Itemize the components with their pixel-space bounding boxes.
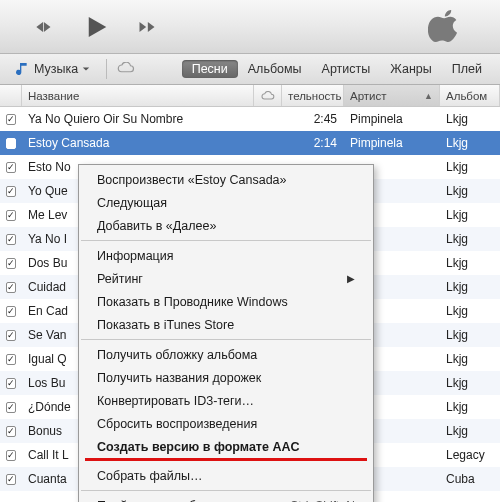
track-album: Lkjg	[440, 107, 500, 131]
track-album: Lkjg	[440, 251, 500, 275]
ctx-play[interactable]: Воспроизвести «Estoy Cansada»	[79, 168, 373, 191]
track-album: Cuba	[440, 467, 500, 491]
col-check[interactable]	[0, 85, 22, 106]
sort-asc-icon: ▲	[424, 91, 433, 101]
checkbox-icon[interactable]	[6, 210, 16, 221]
track-album: Lkjg	[440, 203, 500, 227]
highlight-underline	[85, 458, 367, 461]
ctx-info[interactable]: Информация	[79, 244, 373, 267]
tab-artists[interactable]: Артисты	[312, 60, 381, 78]
track-album: Lkjg	[440, 371, 500, 395]
ctx-reset-play[interactable]: Сбросить воспроизведения	[79, 412, 373, 435]
table-row[interactable]: Estoy Cansada2:14PimpinelaLkjg	[0, 131, 500, 155]
library-dropdown[interactable]: Музыка	[8, 59, 96, 79]
submenu-arrow-icon: ▶	[347, 273, 355, 284]
checkbox-icon[interactable]	[6, 282, 16, 293]
view-tabs: Песни Альбомы Артисты Жанры Плей	[182, 60, 492, 78]
divider	[81, 490, 371, 491]
checkbox-icon[interactable]	[6, 474, 16, 485]
checkbox-icon[interactable]	[6, 378, 16, 389]
library-label: Музыка	[34, 62, 78, 76]
checkbox-icon[interactable]	[6, 426, 16, 437]
music-icon	[14, 61, 30, 77]
divider	[81, 339, 371, 340]
col-artist[interactable]: Артист ▲	[344, 85, 440, 106]
playback-toolbar	[0, 0, 500, 54]
checkbox-icon[interactable]	[6, 306, 16, 317]
track-album: Lkjg	[440, 131, 500, 155]
track-album: Lkjg	[440, 299, 500, 323]
ctx-create-aac[interactable]: Создать версию в формате AAC	[79, 435, 373, 458]
apple-logo-icon	[424, 4, 466, 46]
context-menu: Воспроизвести «Estoy Cansada» Следующая …	[78, 164, 374, 502]
column-headers: Название тельность Артист ▲ Альбом	[0, 85, 500, 107]
track-album: Legacy	[440, 443, 500, 467]
ctx-add-next[interactable]: Добавить в «Далее»	[79, 214, 373, 237]
track-duration: 2:14	[282, 131, 344, 155]
track-album: Lkjg	[440, 323, 500, 347]
ctx-rating[interactable]: Рейтинг ▶	[79, 267, 373, 290]
itunes-window: Музыка Песни Альбомы Артисты Жанры Плей …	[0, 0, 500, 502]
track-album: Lkjg	[440, 347, 500, 371]
shortcut-label: Ctrl+Shift+N	[290, 499, 355, 503]
checkbox-icon[interactable]	[6, 162, 16, 173]
col-duration[interactable]: тельность	[282, 85, 344, 106]
track-artist: Pimpinela	[344, 131, 440, 155]
track-album: Lkjg	[440, 227, 500, 251]
track-album: Lkjg	[440, 155, 500, 179]
chevron-down-icon	[82, 62, 90, 76]
cloud-icon	[261, 91, 275, 101]
previous-button[interactable]	[28, 12, 58, 42]
tab-songs[interactable]: Песни	[182, 60, 238, 78]
track-album: Lkjg	[440, 275, 500, 299]
tab-genres[interactable]: Жанры	[380, 60, 441, 78]
ctx-show-explorer[interactable]: Показать в Проводнике Windows	[79, 290, 373, 313]
checkbox-icon[interactable]	[6, 330, 16, 341]
ctx-gather-files[interactable]: Собрать файлы…	[79, 464, 373, 487]
tab-albums[interactable]: Альбомы	[238, 60, 312, 78]
checkbox-icon[interactable]	[6, 450, 16, 461]
track-name: Estoy Cansada	[22, 131, 254, 155]
library-view-bar: Музыка Песни Альбомы Артисты Жанры Плей	[0, 54, 500, 85]
play-button[interactable]	[76, 8, 114, 46]
track-duration: 2:45	[282, 107, 344, 131]
ctx-next[interactable]: Следующая	[79, 191, 373, 214]
ctx-playlist-from-sel[interactable]: Плейлист из выбранного Ctrl+Shift+N	[79, 494, 373, 502]
checkbox-icon[interactable]	[6, 258, 16, 269]
cloud-icon[interactable]	[117, 62, 135, 77]
ctx-show-store[interactable]: Показать в iTunes Store	[79, 313, 373, 336]
checkbox-icon[interactable]	[6, 234, 16, 245]
track-album: Lkjg	[440, 395, 500, 419]
track-album: Lkjg	[440, 179, 500, 203]
checkbox-icon[interactable]	[6, 402, 16, 413]
ctx-get-art[interactable]: Получить обложку альбома	[79, 343, 373, 366]
track-name: Ya No Quiero Oir Su Nombre	[22, 107, 254, 131]
track-album: Lkjg	[440, 419, 500, 443]
checkbox-icon[interactable]	[6, 138, 16, 149]
col-name[interactable]: Название	[22, 85, 254, 106]
ctx-get-names[interactable]: Получить названия дорожек	[79, 366, 373, 389]
checkbox-icon[interactable]	[6, 186, 16, 197]
divider	[81, 240, 371, 241]
col-cloud[interactable]	[254, 85, 282, 106]
col-album[interactable]: Альбом	[440, 85, 500, 106]
checkbox-icon[interactable]	[6, 114, 16, 125]
next-button[interactable]	[132, 12, 162, 42]
table-row[interactable]: Ya No Quiero Oir Su Nombre2:45PimpinelaL…	[0, 107, 500, 131]
divider	[106, 59, 107, 79]
tab-playlists[interactable]: Плей	[442, 60, 492, 78]
track-artist: Pimpinela	[344, 107, 440, 131]
checkbox-icon[interactable]	[6, 354, 16, 365]
ctx-convert-id3[interactable]: Конвертировать ID3-теги…	[79, 389, 373, 412]
